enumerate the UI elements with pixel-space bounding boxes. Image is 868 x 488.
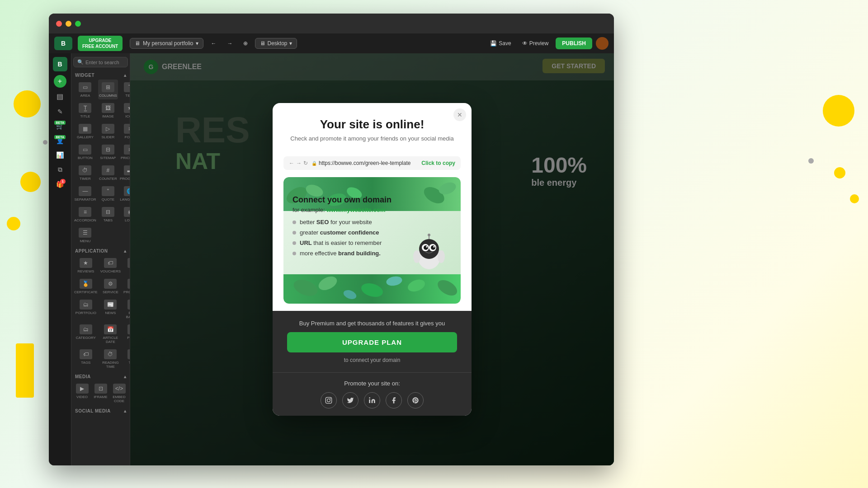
share-button[interactable]: ⊕ [240,38,251,48]
portfolio-widget[interactable]: 🗂 PORTFOLIO [73,297,99,321]
facebook-icon[interactable] [386,392,402,408]
photo-widget[interactable]: 📷 PHOTO [123,322,130,346]
buy-premium-text: Buy Premium and get thousands of feature… [287,320,457,327]
modal-overlay: ✕ Your site is online! Check and promote… [130,53,614,465]
logo-icon: B [53,57,67,71]
columns-widget[interactable]: ⊞ COLUMNS [98,80,118,99]
embed-code-widget[interactable]: </> EMBED CODE [110,381,128,405]
sitemap-widget[interactable]: ⊟ SITEMAP [98,142,118,162]
timer-widget[interactable]: ⏱ TIMER [73,163,97,183]
feature-dot [292,241,296,245]
upgrade-plan-button[interactable]: UPGRADE PLAN [287,332,457,352]
quote-widget[interactable]: " QUOTE [98,183,118,203]
news-widget[interactable]: 📰 NEWS [99,297,122,321]
pinterest-icon[interactable] [407,392,424,408]
redo-button[interactable]: → [223,38,236,48]
desktop-device-btn[interactable]: 🖥 Desktop ▾ [255,38,297,49]
article-date-widget[interactable]: 📅 ARTICLE DATE [99,322,122,346]
map-widget[interactable]: 📍 MAP [123,255,130,275]
analytics-icon[interactable]: 📊 [53,149,66,161]
linkedin-icon[interactable] [364,392,380,408]
pages-icon[interactable]: ▤ [54,89,66,103]
design-icon[interactable]: ✎ [55,105,66,118]
device-selector: 🖥 Desktop ▾ [255,38,297,49]
search-bar[interactable]: 🔍 Enter to search [73,57,128,67]
svg-point-21 [426,246,428,248]
area-widget[interactable]: ▭ AREA [73,80,97,99]
twitter-icon[interactable] [342,392,359,408]
yellow-dot-5 [834,167,845,178]
forward-icon[interactable]: → [296,160,302,166]
image-widget[interactable]: 🖼 IMAGE [98,100,118,120]
upgrade-line2: FREE ACCOUNT [82,43,118,49]
add-widget-button[interactable]: + [54,75,66,88]
service-widget[interactable]: ⚙ SERVICE [99,276,122,296]
promote-section: Promote your site on: [273,372,472,416]
success-modal: ✕ Your site is online! Check and promote… [273,103,472,416]
application-section-header: APPLICATION ▴ [73,247,128,255]
form-widget[interactable]: ≡ FORM [119,121,130,141]
maximize-window-btn[interactable] [75,21,81,27]
products-widget[interactable]: 📦 PRODUCTS [123,276,130,296]
logo-widget[interactable]: ◉ LOGO [119,204,130,224]
promo-example-link[interactable]: www.mywebsite.com [326,206,385,213]
tabs-widget[interactable]: ⊟ TABS [98,204,118,224]
crm-icon[interactable]: 👤 BETA [53,134,66,147]
text-widget[interactable]: T TEXT [119,80,130,99]
site-selector[interactable]: 🖥 My personal portfolio ▾ [130,38,203,49]
category-widget[interactable]: 🗂 CATEGORY [73,322,99,346]
minimize-window-btn[interactable] [66,21,71,27]
preview-button[interactable]: 👁 Preview [519,38,552,48]
separator-widget[interactable]: — SEPARATOR [73,183,97,203]
gallery-widget[interactable]: ▦ GALLERY [73,121,97,141]
vouchers-widget[interactable]: 🏷 VOUCHERS [99,255,122,275]
publish-button[interactable]: PUBLISH [556,38,592,49]
title-widget[interactable]: T̲ TITLE [73,100,97,120]
save-button[interactable]: 💾 Save [486,38,514,48]
svg-point-25 [413,250,420,263]
reading-time-widget[interactable]: ⏱ READING TIME [99,347,122,371]
menu-widget[interactable]: ☰ MENU [73,225,97,245]
button-widget[interactable]: ▭ BUTTON [73,142,97,162]
accordion-widget[interactable]: ≡ ACCORDION [73,204,97,224]
cart-icon[interactable]: 🛒 BETA [53,120,66,132]
layers-icon[interactable]: ⧉ [55,163,65,176]
canvas-area: G GREENLEE GET STARTED RES NAT 100% ble … [130,53,614,465]
svg-point-20 [431,245,435,250]
certificate-widget[interactable]: 🏅 CERTIFICATE [73,276,99,296]
yellow-rect [16,343,34,398]
upgrade-free-account-button[interactable]: UPGRADE FREE ACCOUNT [78,36,123,51]
refresh-icon[interactable]: ↻ [303,160,308,166]
instagram-icon[interactable] [321,392,337,408]
gift-icon[interactable]: 🎁 1 [53,178,66,191]
language-widget[interactable]: 🌐 LANGUAGE [119,183,130,203]
application-grid: ★ REVIEWS 🏷 VOUCHERS 📍 MAP 🏅 CERTIFICATE… [73,255,128,371]
tags-widget[interactable]: 🏷 TAGS [73,347,99,371]
progress-widget[interactable]: ▬ PROGRESS [119,163,130,183]
user-avatar[interactable] [596,37,609,50]
back-icon[interactable]: ← [289,160,294,166]
app-logo: B [54,37,72,50]
close-window-btn[interactable] [56,21,62,27]
iframe-widget[interactable]: ⊡ IFRAME [92,381,109,405]
yellow-dot-6 [850,194,859,203]
copy-url-button[interactable]: Click to copy [421,160,455,166]
slider-widget[interactable]: ▷ SLIDER [98,121,118,141]
modal-header: Your site is online! Check and promote i… [273,103,472,149]
reviews-widget[interactable]: ★ REVIEWS [73,255,99,275]
feature-dot [292,252,296,255]
counter-widget[interactable]: # COUNTER [98,163,118,183]
blog-banner-widget[interactable]: 📌 BLOG BANNER [123,297,130,321]
mac-window: B UPGRADE FREE ACCOUNT 🖥 My personal por… [49,14,614,465]
pricelist-widget[interactable]: ≡ PRICELIST [119,142,130,162]
upgrade-line1: UPGRADE [82,38,118,43]
undo-button[interactable]: ← [207,38,220,48]
widget-panel: 🔍 Enter to search WIDGET ▴ ▭ AREA ⊞ COLU… [71,53,130,465]
small-dot-2 [43,140,47,145]
video-widget[interactable]: ▶ VIDEO [73,381,91,405]
icon-widget[interactable]: ★ ICON [119,100,130,120]
modal-subtitle: Check and promote it among your friends … [287,135,457,142]
modal-close-button[interactable]: ✕ [453,108,466,121]
title2-widget[interactable]: T TITLE [123,347,130,371]
promo-card: Connect you own domain for example: www.… [283,177,461,304]
